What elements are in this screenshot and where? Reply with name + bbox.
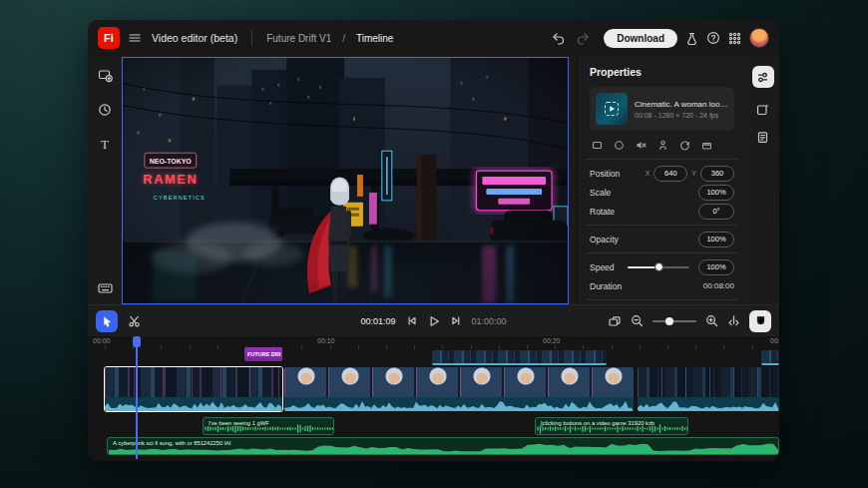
- breadcrumb-separator: /: [342, 33, 345, 44]
- trim-tool-icon[interactable]: [727, 314, 740, 327]
- clip-quick-actions: [592, 140, 732, 151]
- opacity-input[interactable]: 100%: [698, 232, 734, 247]
- undo-icon[interactable]: [552, 31, 566, 45]
- duration-row: Duration 00:08:00: [590, 276, 734, 295]
- current-time: 00:01:09: [360, 316, 395, 326]
- video-clip-2[interactable]: [284, 367, 634, 411]
- rotate-input[interactable]: 0°: [698, 204, 734, 220]
- video-clip-1[interactable]: [105, 367, 282, 411]
- next-frame-icon[interactable]: [450, 314, 463, 327]
- refresh-icon[interactable]: [679, 140, 690, 151]
- mute-icon[interactable]: [636, 140, 647, 151]
- speed-row: Speed 100%: [590, 257, 734, 276]
- opacity-row: Opacity 100%: [590, 230, 734, 248]
- help-icon[interactable]: [706, 31, 720, 45]
- y-axis-label: Y: [691, 170, 696, 177]
- audio-clip-voice[interactable]: I've been seeing 1 gWF: [203, 417, 334, 435]
- breadcrumb-view[interactable]: Timeline: [356, 33, 393, 44]
- captions-icon[interactable]: [756, 131, 769, 144]
- enhance-icon[interactable]: [756, 103, 769, 116]
- slate-icon[interactable]: [701, 140, 712, 151]
- scale-row: Scale 100%: [590, 183, 734, 202]
- video-clip-2-thumbnails: [284, 367, 634, 397]
- history-icon[interactable]: [98, 103, 112, 117]
- prev-frame-icon[interactable]: [405, 314, 418, 327]
- audio-clip-sfx[interactable]: [clicking buttons on a video game 31920 …: [535, 417, 688, 435]
- speed-label: Speed: [590, 262, 628, 272]
- video-clip-3[interactable]: [638, 367, 779, 411]
- right-toolbar: [746, 56, 779, 304]
- title-clip[interactable]: FUTURE DRI: [244, 347, 282, 361]
- zoom-in-icon[interactable]: [705, 314, 718, 327]
- frame-icon[interactable]: [592, 140, 603, 151]
- timeline-area[interactable]: 00:00 00:10 00:20 00: FUTURE DRI I've be…: [88, 336, 779, 461]
- download-button[interactable]: Download: [604, 29, 677, 48]
- video-clip-3-thumbnails: [638, 367, 779, 397]
- fit-timeline-icon[interactable]: [608, 314, 622, 328]
- add-media-icon[interactable]: [98, 68, 113, 83]
- overlay-video-clip[interactable]: [432, 350, 607, 365]
- select-tool-button[interactable]: [96, 310, 118, 332]
- redo-icon[interactable]: [576, 31, 590, 45]
- speed-input[interactable]: 100%: [698, 259, 734, 275]
- scale-input[interactable]: 100%: [698, 185, 734, 201]
- timeline-zoom-controls: [608, 310, 771, 332]
- clip-meta: 00:08 - 1280 × 720 - 24 fps: [635, 112, 728, 119]
- audio-clip-sfx-label: [clicking buttons on a video game 31920 …: [538, 419, 657, 426]
- x-axis-label: X: [646, 170, 651, 177]
- video-clip-2-waveform: [284, 397, 634, 411]
- topbar-divider: [251, 30, 252, 46]
- rotate-row: Rotate 0°: [590, 202, 734, 221]
- rotate-label: Rotate: [590, 207, 698, 217]
- keyboard-shortcuts-icon[interactable]: [98, 282, 113, 294]
- selected-clip-card[interactable]: Cinematic. A woman looks a... v.ffgenvid…: [590, 87, 734, 131]
- clip-thumbnail: [596, 93, 628, 125]
- left-toolbar: T: [88, 56, 122, 304]
- breadcrumb-project[interactable]: Future Drift V1: [266, 33, 331, 44]
- playhead-handle[interactable]: [133, 336, 141, 347]
- text-tool-icon[interactable]: T: [101, 137, 109, 153]
- music-clip[interactable]: A cyberpunk sci fi song, with or 8512422…: [107, 437, 779, 455]
- timeline-toolbar: 00:01:09 01:00:00: [88, 304, 779, 336]
- hamburger-menu-icon[interactable]: [128, 31, 142, 45]
- opacity-label: Opacity: [590, 235, 698, 244]
- loop-icon[interactable]: [614, 140, 625, 151]
- playhead-line[interactable]: [136, 336, 138, 459]
- firefly-logo[interactable]: Fi: [98, 27, 120, 49]
- zoom-out-icon[interactable]: [631, 314, 644, 327]
- figure-icon[interactable]: [657, 140, 668, 151]
- video-clip-3-waveform: [638, 397, 779, 411]
- video-preview[interactable]: NEO-TOKYO RAMEN RAMEN CYBERNETICS: [122, 57, 569, 304]
- ruler-label-0: 00:00: [93, 337, 111, 344]
- position-y-input[interactable]: 360: [700, 166, 734, 182]
- properties-title: Properties: [590, 66, 734, 78]
- snap-magnet-button[interactable]: [749, 310, 771, 332]
- overlay-video-clip-2[interactable]: [761, 350, 779, 365]
- position-x-input[interactable]: 640: [653, 166, 687, 182]
- total-duration: 01:00:00: [472, 316, 507, 326]
- scale-label: Scale: [590, 188, 698, 198]
- duration-value: 00:08:00: [703, 281, 734, 290]
- timeline-zoom-slider[interactable]: [652, 316, 696, 325]
- user-avatar[interactable]: [749, 28, 769, 48]
- timeline-ruler[interactable]: 00:00 00:10 00:20 00:: [88, 336, 779, 349]
- properties-panel: Properties Cinematic. A woman looks a...…: [577, 56, 746, 304]
- apps-grid-icon[interactable]: [728, 32, 741, 45]
- position-row: Position X 640 Y 360: [590, 164, 734, 183]
- music-clip-label: A cyberpunk sci fi song, with or 8512422…: [110, 439, 233, 446]
- properties-tab-button[interactable]: [752, 66, 774, 88]
- preview-scene: NEO-TOKYO RAMEN RAMEN CYBERNETICS: [123, 58, 568, 303]
- ruler-label-3: 00:: [770, 337, 779, 344]
- video-clip-1-waveform: [105, 397, 282, 411]
- app-title: Video editor (beta): [152, 32, 237, 44]
- split-tool-icon[interactable]: [128, 314, 141, 327]
- play-icon[interactable]: [427, 314, 441, 328]
- top-bar: Fi Video editor (beta) Future Drift V1 /…: [88, 20, 779, 56]
- duration-label: Duration: [590, 281, 703, 291]
- audio-clip-voice-label: I've been seeing 1 gWF: [206, 419, 272, 426]
- beaker-icon[interactable]: [685, 32, 698, 45]
- speed-slider[interactable]: [628, 262, 689, 271]
- transport-controls: 00:01:09 01:00:00: [360, 314, 506, 328]
- position-label: Position: [590, 169, 646, 179]
- ruler-label-1: 00:10: [317, 337, 335, 344]
